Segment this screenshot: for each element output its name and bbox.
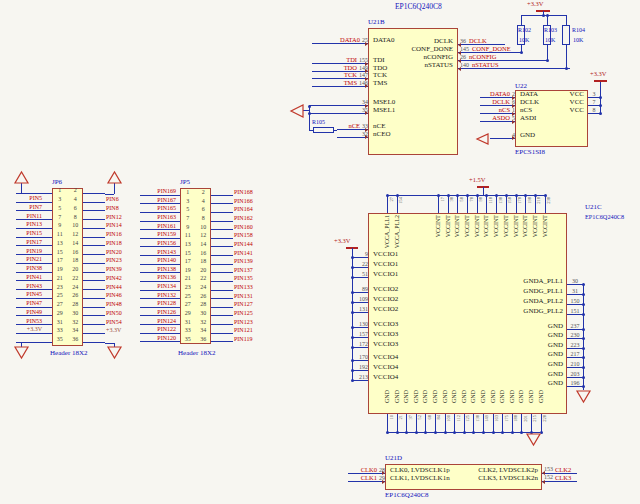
header-row: PIN16734PIN166 [140, 196, 300, 205]
left-net-label: PIN161 [140, 223, 176, 231]
junction-dot [308, 112, 311, 115]
pin-name: MSEL1 [368, 107, 395, 114]
pin-column: GND215 [527, 390, 537, 434]
pin-name: GND [538, 390, 544, 403]
right-wire [211, 315, 233, 316]
left-wire [42, 193, 52, 194]
header-row: PIN1431516PIN141 [140, 247, 300, 256]
pin-number: 32 [362, 131, 368, 137]
right-wire [211, 212, 233, 213]
left-net-label: PIN128 [140, 300, 176, 308]
pin-column: GND149 [479, 390, 489, 434]
pin-number: 192 [359, 364, 368, 370]
net-label: nCONFIG [469, 53, 496, 60]
left-net-label: PIN156 [140, 240, 176, 248]
pin-number: 3 [52, 196, 68, 203]
u21c-pll-gnd-pins: GNDA_PLL130GNDG_PLL131GNDA_PLL2150GNDG_P… [480, 275, 583, 315]
pin-name: DCLK [434, 38, 456, 45]
pin-number: 1 [52, 187, 68, 194]
pin-name: VCCINT [493, 215, 499, 237]
pin-name: GND [480, 351, 567, 358]
pin-number: 11 [52, 231, 68, 238]
pin-name: VCCIO2 [368, 286, 398, 293]
pin-number: 10 [196, 224, 212, 231]
pin-wire: 150 [567, 298, 583, 305]
right-net-label: PIN54 [105, 319, 122, 326]
r103-ref-label: R103 [544, 27, 557, 33]
pin-number: 25 [180, 293, 196, 300]
header-row: PIN1203536PIN119 [140, 334, 300, 343]
pin-name: GND [480, 323, 567, 330]
header-row: PIN1591112PIN158 [140, 230, 300, 239]
right-net-label: PIN6 [105, 196, 119, 203]
right-wire [211, 324, 233, 325]
pin-number: 34 [68, 327, 84, 334]
pin-name: GNDA_PLL2 [480, 298, 567, 305]
pin-name: VCCIO2 [368, 296, 398, 303]
pin-number: 9 [180, 224, 196, 231]
pin-number: 20 [68, 266, 84, 273]
left-net-label: PIN47 [16, 300, 42, 308]
right-wire [211, 341, 233, 342]
pin-wire: 35 [309, 107, 368, 114]
jp5-part-label: Header 18X2 [178, 350, 216, 357]
pin-row: 89VCCIO2 [352, 283, 432, 293]
right-wire [83, 342, 105, 343]
pin-number: 145 [460, 46, 469, 52]
pin-number: 25 [362, 37, 368, 43]
pin-number: 26 [460, 54, 466, 60]
header-row: PIN1243132PIN123 [140, 316, 300, 325]
u22-power-label: +3.3V [590, 71, 607, 78]
left-net-label: PIN140 [140, 257, 176, 265]
pin-number: 28 [196, 301, 212, 308]
right-net-label: PIN12 [105, 214, 122, 221]
right-net-label: PIN39 [105, 266, 122, 273]
pin-wire: 196 [567, 380, 583, 387]
pin-name: VCCINT [445, 215, 451, 237]
pin-column: 178VCCINT [512, 195, 522, 265]
right-net-label: +3.3V [105, 327, 121, 334]
pin-name: GND [480, 332, 567, 339]
pin-wire: nCE33 [337, 122, 368, 130]
pin-column: 154VCCA_PLL2 [393, 195, 403, 265]
u21d-ref-label: U21D [385, 455, 402, 462]
right-wire [83, 307, 105, 308]
pin-name: VCCIO3 [368, 321, 398, 328]
ground-arrow-down-icon [576, 390, 591, 403]
left-net-label [16, 342, 42, 343]
r105-ref-label: R105 [312, 119, 325, 125]
pin-wire: 31 [567, 288, 583, 295]
right-net-label: PIN139 [233, 258, 253, 265]
pin-wire: 203 [567, 371, 583, 378]
pin-column: 78VCCINT [463, 195, 473, 265]
pin-name: VCCINT [474, 215, 480, 237]
pin-number: 6 [196, 206, 212, 213]
pin-number: 28 [68, 301, 84, 308]
left-net-label: PIN11 [16, 213, 42, 221]
pin-row: 172VCCIO3 [352, 338, 432, 348]
pin-wire: 151 [567, 308, 583, 315]
pin-column: 158VCCINT [502, 195, 512, 265]
pin-name: VCCINT [532, 215, 538, 237]
u22-gnd-pin: 4GND [490, 131, 590, 139]
pin-number: 9 [365, 251, 368, 257]
pin-number: 213 [359, 374, 368, 380]
pin-name: VCCIO1 [368, 271, 398, 278]
schematic-canvas: EP1C6Q240C8 U21B DATA025DATA0 TDI155TDIT… [0, 0, 640, 504]
right-net-label: PIN23 [105, 257, 122, 264]
u21c-part-label: EP1C6Q240C8 [585, 213, 624, 220]
right-wire [83, 254, 105, 255]
net-label: TDI [346, 56, 357, 63]
pin-wire [496, 195, 497, 213]
pin-number: 223 [571, 342, 580, 348]
right-net-label: PIN144 [233, 241, 253, 248]
u21b-right-names: DCLKCONF_DONEnCONFIGnSTATUS [370, 37, 456, 69]
pin-name: GND [480, 380, 567, 387]
pin-number: 5 [52, 205, 68, 212]
pin-number: 21 [180, 275, 196, 282]
pin-row: ASDO5ASDI [480, 114, 590, 122]
left-wire [42, 245, 52, 246]
pin-column: GND125 [460, 390, 470, 434]
right-wire [211, 255, 233, 256]
pin-wire: 172 [352, 341, 368, 348]
